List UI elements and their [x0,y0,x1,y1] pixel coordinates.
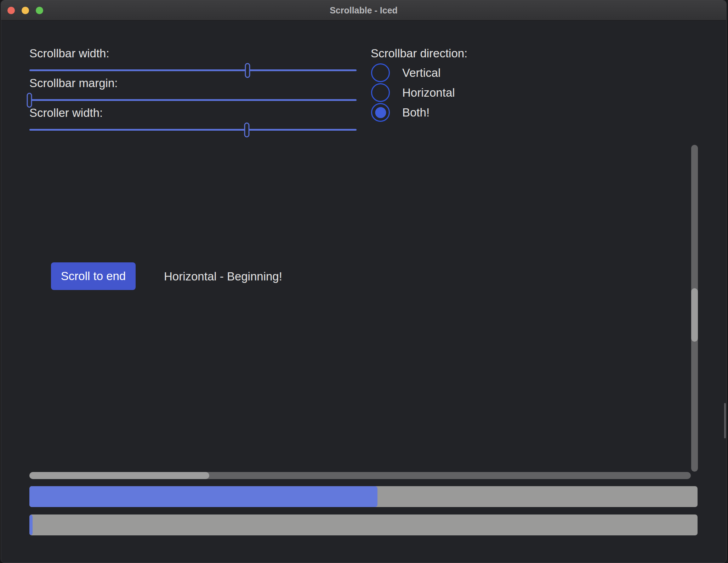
horizontal-scrollbar-rail[interactable] [29,472,691,479]
radio-horizontal[interactable] [371,83,390,102]
title-bar: Scrollable - Iced [1,0,726,21]
scrollbar-width-slider-handle[interactable] [245,63,250,78]
minimize-button[interactable] [22,7,29,14]
vertical-progress-bar [29,486,698,507]
radio-vertical[interactable] [371,63,390,82]
horizontal-scrollbar-thumb[interactable] [29,472,209,479]
zoom-button[interactable] [36,7,43,14]
radio-both-dot [375,107,386,118]
scroll-status-text: Horizontal - Beginning! [164,269,282,284]
vertical-progress-fill [29,486,377,507]
scroll-to-end-button[interactable]: Scroll to end [51,262,136,290]
scroller-width-slider-handle[interactable] [244,123,249,137]
window-overlay-scrollbar-thumb[interactable] [724,403,726,438]
window-title: Scrollable - Iced [1,0,726,21]
scroller-width-slider[interactable] [29,129,357,131]
scrollbar-width-slider[interactable] [29,69,357,71]
radio-both[interactable] [371,103,390,122]
slider-label-scroller-width: Scroller width: [29,105,103,121]
scrollbar-margin-slider[interactable] [29,99,357,101]
vertical-scrollbar-rail[interactable] [691,145,698,472]
app-window: Scrollable - Iced Scrollbar width: Scrol… [1,0,727,563]
radio-label-vertical[interactable]: Vertical [402,65,440,81]
radio-label-both[interactable]: Both! [402,105,430,120]
radio-label-horizontal[interactable]: Horizontal [402,85,455,101]
close-button[interactable] [7,7,15,14]
slider-label-scrollbar-width: Scrollbar width: [29,46,109,61]
horizontal-progress-fill [29,514,33,535]
horizontal-progress-bar [29,514,698,535]
slider-label-scrollbar-margin: Scrollbar margin: [29,75,118,91]
vertical-scrollbar-thumb[interactable] [691,288,698,341]
radio-group-label: Scrollbar direction: [371,46,467,61]
